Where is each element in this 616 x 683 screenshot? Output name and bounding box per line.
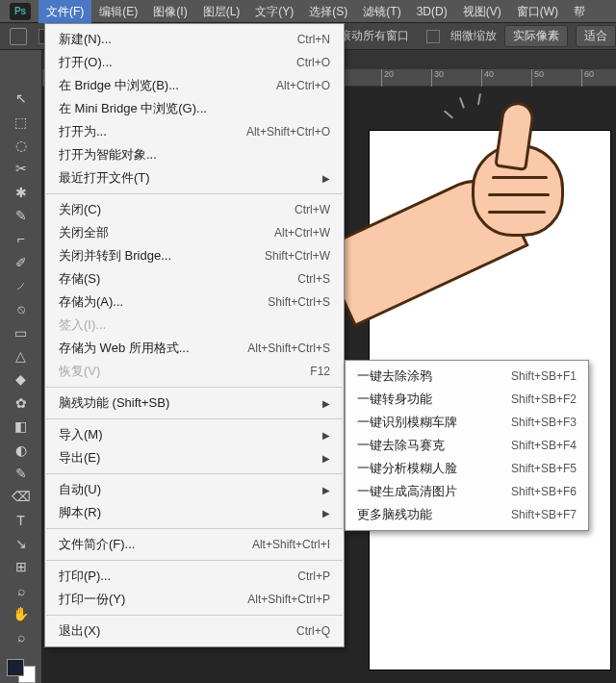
menu-item[interactable]: 打开为...Alt+Shift+Ctrl+O <box>45 120 344 143</box>
menu-滤镜(T)[interactable]: 滤镜(T) <box>355 0 408 23</box>
color-swatch[interactable] <box>7 659 36 683</box>
thumbs-up-illustration <box>346 115 578 308</box>
menu-item[interactable]: 存储为 Web 所用格式...Alt+Shift+Ctrl+S <box>45 337 344 360</box>
tool-button[interactable]: ⌕ <box>10 627 33 646</box>
tool-button[interactable]: ↘ <box>10 534 33 553</box>
menu-窗口(W)[interactable]: 窗口(W) <box>509 0 566 23</box>
menu-item-label: 新建(N)... <box>59 31 297 48</box>
menu-item-shortcut: Alt+Shift+Ctrl+P <box>247 593 330 606</box>
submenu-item[interactable]: 一键识别模糊车牌Shift+SB+F3 <box>346 411 588 434</box>
submenu-item-label: 一键识别模糊车牌 <box>357 414 511 431</box>
menu-item-label: 存储(S) <box>59 270 297 288</box>
menu-item-label: 签入(I)... <box>59 316 330 334</box>
menu-item[interactable]: 在 Mini Bridge 中浏览(G)... <box>45 97 344 120</box>
file-menu: 新建(N)...Ctrl+N打开(O)...Ctrl+O在 Bridge 中浏览… <box>44 23 345 647</box>
fit-screen-button[interactable]: 适合 <box>576 25 616 47</box>
submenu-item[interactable]: 更多脑残功能Shift+SB+F7 <box>346 503 588 526</box>
menu-item-label: 打开(O)... <box>59 54 296 71</box>
menu-item[interactable]: 关闭全部Alt+Ctrl+W <box>45 221 344 244</box>
tool-button[interactable]: ◆ <box>10 369 33 389</box>
menu-separator <box>46 615 343 616</box>
menu-视图(V)[interactable]: 视图(V) <box>455 0 509 23</box>
tool-button[interactable]: ⟋ <box>10 276 33 295</box>
tool-button[interactable]: ✎ <box>10 464 33 483</box>
menu-图层(L)[interactable]: 图层(L) <box>195 0 248 23</box>
menu-选择(S)[interactable]: 选择(S) <box>301 0 355 23</box>
tool-button[interactable]: T <box>10 510 33 529</box>
submenu-item[interactable]: 一键去除马赛克Shift+SB+F4 <box>346 434 588 457</box>
menu-item[interactable]: 导入(M)▶ <box>45 423 344 446</box>
menu-item[interactable]: 最近打开文件(T)▶ <box>45 166 344 190</box>
tool-button[interactable]: ◐ <box>10 440 33 459</box>
menu-item[interactable]: 打印(P)...Ctrl+P <box>45 565 344 588</box>
tool-button[interactable]: ▭ <box>10 323 33 342</box>
submenu-item-shortcut: Shift+SB+F6 <box>511 485 577 498</box>
menu-item[interactable]: 新建(N)...Ctrl+N <box>45 28 344 51</box>
menu-item-label: 文件简介(F)... <box>59 536 252 553</box>
submenu-arrow-icon: ▶ <box>322 398 330 409</box>
thin-zoom-checkbox[interactable] <box>426 30 440 43</box>
menu-item[interactable]: 存储为(A)...Shift+Ctrl+S <box>45 291 344 314</box>
tool-preset-icon[interactable] <box>10 28 27 45</box>
menu-文件(F)[interactable]: 文件(F) <box>38 0 91 23</box>
menu-item-label: 打印一份(Y) <box>59 591 247 608</box>
tool-button[interactable]: ↖ <box>10 89 33 108</box>
menu-item-label: 导入(M) <box>59 426 317 443</box>
menu-帮[interactable]: 帮 <box>566 0 593 23</box>
tool-button[interactable]: ⊞ <box>10 557 33 576</box>
tool-button[interactable]: ◌ <box>10 136 33 155</box>
tool-button[interactable]: ✐ <box>10 253 33 272</box>
tool-button[interactable]: ✿ <box>10 393 33 413</box>
tool-button[interactable]: △ <box>10 346 33 366</box>
menu-item[interactable]: 自动(U)▶ <box>45 478 344 501</box>
menu-separator <box>46 560 343 561</box>
menu-item-shortcut: Ctrl+W <box>295 203 330 216</box>
menu-item[interactable]: 导出(E)▶ <box>45 446 344 469</box>
submenu-item-shortcut: Shift+SB+F7 <box>511 508 577 521</box>
menu-item[interactable]: 文件简介(F)...Alt+Shift+Ctrl+I <box>45 533 344 556</box>
sb-submenu: 一键去除涂鸦Shift+SB+F1一键转身功能Shift+SB+F2一键识别模糊… <box>345 360 589 531</box>
menu-item-shortcut: Alt+Shift+Ctrl+I <box>252 538 330 551</box>
tool-button[interactable]: ⬚ <box>10 112 33 131</box>
menu-编辑(E)[interactable]: 编辑(E) <box>91 0 145 23</box>
actual-pixels-button[interactable]: 实际像素 <box>504 25 568 47</box>
menu-item-label: 自动(U) <box>59 481 317 498</box>
tool-button[interactable]: ⌫ <box>10 487 33 506</box>
tool-button[interactable]: ⍉ <box>10 299 33 318</box>
menu-item-label: 存储为(A)... <box>59 293 268 311</box>
menu-item[interactable]: 存储(S)Ctrl+S <box>45 267 344 291</box>
menu-item[interactable]: 在 Bridge 中浏览(B)...Alt+Ctrl+O <box>45 74 344 97</box>
menu-item[interactable]: 打印一份(Y)Alt+Shift+Ctrl+P <box>45 588 344 611</box>
menu-图像(I)[interactable]: 图像(I) <box>145 0 194 23</box>
menu-item-shortcut: Alt+Ctrl+W <box>274 226 330 240</box>
tool-button[interactable]: ✎ <box>10 206 33 225</box>
menu-item[interactable]: 打开(O)...Ctrl+O <box>45 51 344 74</box>
submenu-item[interactable]: 一键转身功能Shift+SB+F2 <box>346 388 588 411</box>
tool-button[interactable]: ✂ <box>10 159 33 178</box>
submenu-item[interactable]: 一键分析模糊人脸Shift+SB+F5 <box>346 457 588 480</box>
tool-button[interactable]: ⌕ <box>10 581 33 600</box>
menu-item-shortcut: Ctrl+S <box>297 272 330 286</box>
submenu-item[interactable]: 一键去除涂鸦Shift+SB+F1 <box>346 365 588 388</box>
menu-item[interactable]: 脑残功能 (Shift+SB)▶ <box>45 392 344 415</box>
tool-button[interactable]: ◧ <box>10 417 33 436</box>
menu-item[interactable]: 关闭并转到 Bridge...Shift+Ctrl+W <box>45 244 344 267</box>
submenu-item-label: 更多脑残功能 <box>357 506 511 523</box>
toolbox: ↖⬚◌✂✱✎⌐✐⟋⍉▭△◆✿◧◐✎⌫T↘⊞⌕✋⌕ <box>0 50 42 683</box>
submenu-arrow-icon: ▶ <box>322 173 330 184</box>
tool-button[interactable]: ⌐ <box>10 229 33 248</box>
menu-文字(Y)[interactable]: 文字(Y) <box>247 0 301 23</box>
submenu-item-shortcut: Shift+SB+F1 <box>511 369 577 383</box>
submenu-item[interactable]: 一键生成高清图片Shift+SB+F6 <box>346 480 588 503</box>
submenu-arrow-icon: ▶ <box>322 508 330 519</box>
menu-item-label: 打开为... <box>59 123 246 140</box>
menu-item[interactable]: 关闭(C)Ctrl+W <box>45 198 344 221</box>
submenu-item-shortcut: Shift+SB+F2 <box>511 392 577 406</box>
menu-item[interactable]: 退出(X)Ctrl+Q <box>45 620 344 643</box>
menu-item[interactable]: 脚本(R)▶ <box>45 501 344 524</box>
tool-button[interactable]: ✋ <box>10 604 33 623</box>
menu-item[interactable]: 打开为智能对象... <box>45 143 344 166</box>
tool-button[interactable]: ✱ <box>10 182 33 201</box>
menu-3D(D)[interactable]: 3D(D) <box>409 0 455 23</box>
menu-separator <box>46 528 343 529</box>
